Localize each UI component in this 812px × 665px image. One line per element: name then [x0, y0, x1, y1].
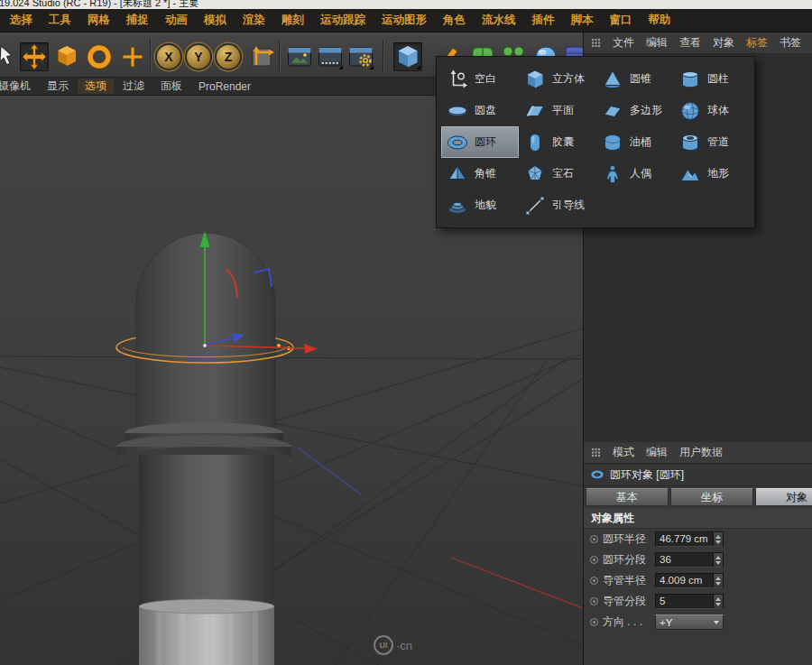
axis-lock-y-label: Y: [194, 50, 202, 64]
render-picture-viewer-button[interactable]: [316, 42, 345, 71]
viewport-menu-prorender[interactable]: ProRender: [191, 80, 258, 93]
orientation-dropdown[interactable]: +Y: [655, 614, 724, 630]
menu-item-character[interactable]: 角色: [435, 13, 474, 28]
menu-item-snap[interactable]: 捕捉: [118, 13, 157, 28]
om-menu-bookmarks[interactable]: 书签: [780, 35, 801, 51]
pipe-radius-value[interactable]: 4.009 cm: [656, 574, 713, 587]
active-object-row[interactable]: 圆环对象 [圆环]: [584, 464, 812, 486]
primitive-item-gem[interactable]: 宝石: [519, 158, 596, 189]
property-label: 导管分段: [603, 594, 650, 609]
primitive-item-disc[interactable]: 圆盘: [441, 95, 519, 126]
om-menu-view[interactable]: 查看: [679, 35, 701, 51]
pipe-radius-field[interactable]: 4.009 cm: [655, 573, 724, 588]
pipe-segments-field[interactable]: 5: [655, 594, 724, 609]
stepper[interactable]: [713, 532, 723, 546]
gizmo-center[interactable]: [203, 344, 207, 347]
landscape-icon: [679, 163, 701, 185]
panel-grip-icon[interactable]: [591, 38, 601, 48]
primitive-item-oiltank[interactable]: 油桶: [596, 126, 674, 158]
menu-item-help[interactable]: 帮助: [641, 13, 679, 28]
ring-radius-field[interactable]: 46.779 cm: [655, 531, 724, 547]
keyframe-circle[interactable]: [590, 577, 598, 585]
om-menu-tags[interactable]: 标签: [746, 35, 768, 51]
primitive-item-tube[interactable]: 管道: [674, 126, 752, 158]
primitive-item-sphere[interactable]: 球体: [674, 95, 752, 126]
move-tool-button[interactable]: [20, 42, 49, 71]
menu-item-select[interactable]: 选择: [2, 13, 41, 28]
menu-item-script[interactable]: 脚本: [563, 13, 602, 28]
primitive-item-torus[interactable]: 圆环: [441, 126, 519, 158]
axis-lock-z-button[interactable]: Z: [215, 43, 242, 70]
scale-tool-button[interactable]: [52, 42, 81, 71]
am-menu-userdata[interactable]: 用户数据: [679, 445, 723, 460]
ring-radius-value[interactable]: 46.779 cm: [656, 532, 713, 546]
keyframe-circle[interactable]: [590, 556, 598, 564]
menu-item-simulate[interactable]: 模拟: [196, 13, 235, 28]
om-menu-edit[interactable]: 编辑: [646, 35, 668, 51]
primitive-label: 宝石: [552, 166, 574, 181]
viewport-menu-panel[interactable]: 面板: [153, 79, 189, 94]
menu-item-tools[interactable]: 工具: [41, 13, 79, 28]
primitive-item-relief[interactable]: 地貌: [441, 189, 519, 221]
menu-item-animate[interactable]: 动画: [157, 13, 196, 28]
primitive-label: 管道: [707, 134, 729, 150]
tab-basic[interactable]: 基本: [586, 488, 669, 506]
capsule-body[interactable]: [136, 233, 275, 439]
axis-lock-x-button[interactable]: X: [155, 43, 182, 70]
menu-item-pipeline[interactable]: 流水线: [474, 13, 524, 28]
primitive-item-pyramid[interactable]: 角锥: [441, 158, 519, 189]
menu-item-mograph[interactable]: 运动图形: [374, 13, 435, 28]
menu-item-window[interactable]: 窗口: [602, 13, 641, 28]
menu-item-plugins[interactable]: 插件: [524, 13, 563, 28]
menu-item-mesh[interactable]: 网格: [79, 13, 118, 28]
primitive-label: 角锥: [475, 166, 496, 181]
menu-item-motion-tracker[interactable]: 运动跟踪: [312, 13, 374, 28]
primitive-item-landscape[interactable]: 地形: [674, 158, 752, 189]
render-view-button[interactable]: [285, 42, 314, 71]
pipe-segments-value[interactable]: 5: [656, 595, 713, 608]
toolbar-separator: [150, 40, 152, 74]
ring-segments-field[interactable]: 36: [655, 552, 724, 568]
toolbar-separator: [383, 40, 384, 74]
am-menu-edit[interactable]: 编辑: [646, 445, 668, 460]
primitive-label: 圆环: [475, 134, 496, 150]
om-menu-file[interactable]: 文件: [613, 35, 634, 51]
live-selection-icon[interactable]: [0, 42, 20, 71]
stepper[interactable]: [713, 553, 723, 567]
viewport-menu-display[interactable]: 显示: [40, 79, 76, 94]
viewport-menu-filter[interactable]: 过滤: [115, 79, 152, 94]
menu-item-sculpt[interactable]: 雕刻: [273, 13, 312, 28]
viewport-menu-camera[interactable]: 摄像机: [0, 79, 38, 94]
primitive-item-capsule[interactable]: 胶囊: [519, 126, 596, 158]
keyframe-circle[interactable]: [590, 597, 598, 605]
primitive-item-cone[interactable]: 圆锥: [596, 63, 674, 95]
axis-lock-y-button[interactable]: Y: [185, 43, 212, 70]
primitive-label: 平面: [552, 103, 574, 118]
menu-item-render[interactable]: 渲染: [235, 13, 273, 28]
stepper[interactable]: [713, 595, 723, 608]
last-tool-button[interactable]: [118, 42, 147, 71]
primitive-item-plane[interactable]: 平面: [519, 95, 596, 126]
tab-object[interactable]: 对象: [755, 488, 812, 506]
keyframe-circle[interactable]: [590, 535, 598, 543]
primitive-item-cylinder[interactable]: 圆柱: [674, 63, 752, 95]
primitive-item-guide[interactable]: 引导线: [519, 189, 596, 221]
viewport-menu-options[interactable]: 选项: [78, 79, 114, 94]
coord-system-button[interactable]: [247, 42, 276, 71]
render-settings-button[interactable]: [346, 42, 375, 71]
om-menu-objects[interactable]: 对象: [713, 35, 734, 51]
primitive-item-null[interactable]: 空白: [441, 63, 519, 95]
ring-segments-value[interactable]: 36: [656, 553, 713, 567]
pipe-radius-row: 导管半径 4.009 cm: [584, 570, 812, 591]
primitive-cube-button[interactable]: [393, 42, 422, 71]
panel-grip-icon[interactable]: [591, 448, 601, 457]
property-label: 导管半径: [603, 573, 650, 588]
rotate-tool-button[interactable]: [85, 42, 114, 71]
primitive-item-cube[interactable]: 立方体: [519, 63, 596, 95]
primitive-item-figure[interactable]: 人偶: [596, 158, 674, 189]
tab-coordinates[interactable]: 坐标: [670, 488, 753, 506]
am-menu-mode[interactable]: 模式: [613, 445, 634, 460]
stepper[interactable]: [713, 574, 723, 587]
keyframe-circle[interactable]: [590, 618, 598, 626]
primitive-item-polygon[interactable]: 多边形: [596, 95, 674, 126]
